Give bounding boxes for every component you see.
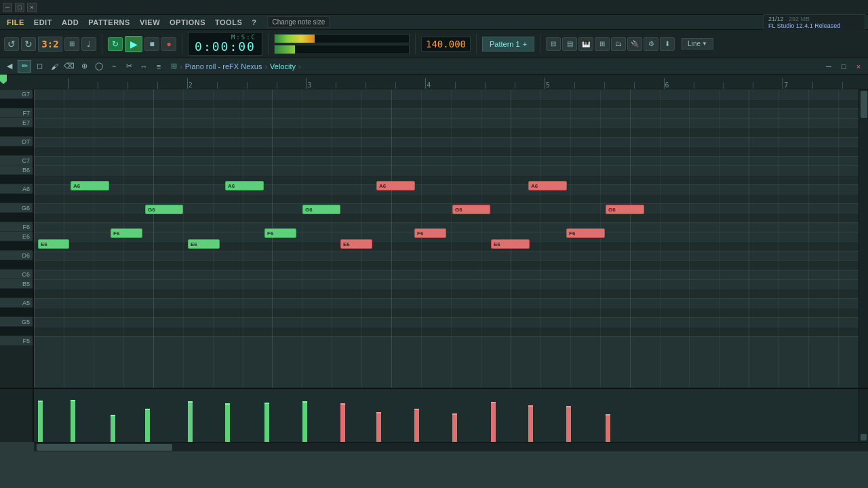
menu-options[interactable]: OPTIONS bbox=[165, 17, 210, 28]
flip-tool-button[interactable]: ↔ bbox=[137, 60, 151, 73]
close-button[interactable]: × bbox=[27, 3, 37, 12]
velocity-bar-8[interactable] bbox=[340, 403, 345, 442]
step-seq-icon[interactable]: ⊞ bbox=[595, 37, 610, 51]
velocity-bar-1[interactable] bbox=[71, 400, 75, 442]
piano-key-F7[interactable]: F7 bbox=[0, 108, 33, 118]
piano-key-Gs6[interactable] bbox=[0, 194, 33, 203]
mixer-icon[interactable]: ⊟ bbox=[546, 37, 561, 51]
piano-key-Ds7[interactable] bbox=[0, 127, 33, 137]
note-green-3[interactable]: G6 bbox=[145, 205, 183, 214]
piano-key-F5[interactable]: F5 bbox=[0, 336, 33, 346]
menu-edit[interactable]: EDIT bbox=[30, 17, 56, 28]
channel-rack-icon[interactable]: ▤ bbox=[562, 37, 577, 51]
menu-view[interactable]: VIEW bbox=[136, 17, 164, 28]
ruler-content[interactable]: 234567 bbox=[68, 75, 868, 89]
menu-add[interactable]: ADD bbox=[58, 17, 83, 28]
piano-key-Ds6[interactable] bbox=[0, 241, 33, 251]
vel-scroll-end[interactable] bbox=[861, 434, 867, 441]
maximize-button[interactable]: □ bbox=[15, 3, 24, 12]
erase-tool-button[interactable]: ⌫ bbox=[62, 60, 76, 73]
pencil-tool-button[interactable]: ✏ bbox=[18, 60, 31, 73]
line-dropdown[interactable]: Line ▼ bbox=[682, 38, 713, 49]
note-green-1[interactable]: A6 bbox=[71, 181, 109, 190]
piano-key-B5[interactable]: B5 bbox=[0, 279, 33, 289]
note-red-6[interactable]: F6 bbox=[566, 228, 605, 238]
menu-patterns[interactable]: PATTERNS bbox=[84, 17, 134, 28]
piano-key-D6[interactable]: D6 bbox=[0, 251, 33, 260]
piano-key-E6[interactable]: E6 bbox=[0, 232, 33, 241]
piano-key-C7[interactable]: C7 bbox=[0, 156, 33, 165]
pattern-add-icon[interactable]: + bbox=[523, 40, 527, 48]
browser-icon[interactable]: 🗂 bbox=[611, 37, 626, 51]
horizontal-scrollbar[interactable] bbox=[34, 442, 868, 451]
menu-tools[interactable]: TOOLS bbox=[211, 17, 246, 28]
note-green-6[interactable]: F6 bbox=[264, 228, 296, 238]
piano-key-G7[interactable]: G7 bbox=[0, 89, 33, 99]
detuning-tool-button[interactable]: ~ bbox=[107, 60, 121, 73]
note-red-0[interactable]: E6 bbox=[340, 239, 372, 249]
record-button[interactable]: ● bbox=[161, 37, 176, 51]
piano-key-C6[interactable]: C6 bbox=[0, 270, 33, 279]
mute-tool-button[interactable]: ◯ bbox=[92, 60, 106, 73]
plugin-picker-icon[interactable]: 🔌 bbox=[627, 37, 642, 51]
velocity-bar-12[interactable] bbox=[491, 402, 496, 442]
hscroll-thumb[interactable] bbox=[37, 444, 172, 451]
velocity-bar-14[interactable] bbox=[566, 406, 571, 442]
piano-key-Fs6[interactable] bbox=[0, 213, 33, 222]
velocity-bar-9[interactable] bbox=[376, 412, 381, 442]
note-grid[interactable]: E6A6F6G6E6A6F6G6E6A6F6G6E6A6F6G6 bbox=[34, 89, 859, 388]
piano-key-G5[interactable]: G5 bbox=[0, 317, 33, 327]
note-green-0[interactable]: E6 bbox=[38, 239, 69, 249]
piano-roll-maximize-button[interactable]: □ bbox=[837, 60, 850, 73]
download-icon[interactable]: ⬇ bbox=[660, 37, 675, 51]
quantize-tool-button[interactable]: ≡ bbox=[152, 60, 165, 73]
velocity-bars[interactable] bbox=[34, 389, 859, 442]
velocity-bar-2[interactable] bbox=[111, 415, 115, 442]
vscroll-thumb[interactable] bbox=[861, 91, 867, 118]
piano-roll-icon[interactable]: 🎹 bbox=[578, 37, 593, 51]
note-red-7[interactable]: G6 bbox=[606, 205, 644, 214]
velocity-bar-7[interactable] bbox=[302, 401, 307, 442]
piano-key-G6[interactable]: G6 bbox=[0, 203, 33, 213]
breadcrumb-pianoroll[interactable]: Piano roll - reFX Nexus bbox=[185, 62, 262, 70]
pattern-selector[interactable]: Pattern 1 + bbox=[482, 37, 534, 52]
note-green-7[interactable]: G6 bbox=[302, 205, 340, 214]
piano-key-Fs5[interactable] bbox=[0, 327, 33, 336]
vertical-scrollbar[interactable] bbox=[859, 89, 868, 388]
velocity-bar-5[interactable] bbox=[225, 403, 230, 442]
piano-roll-close-button[interactable]: × bbox=[852, 60, 865, 73]
velocity-bar-15[interactable] bbox=[606, 414, 610, 442]
note-red-2[interactable]: F6 bbox=[414, 228, 446, 238]
piano-key-B6[interactable]: B6 bbox=[0, 165, 33, 175]
velocity-bar-13[interactable] bbox=[528, 405, 533, 442]
vel-scrollbar[interactable] bbox=[859, 389, 868, 442]
bpm-display[interactable]: 140.000 bbox=[421, 37, 471, 52]
piano-key-A5[interactable]: A5 bbox=[0, 298, 33, 308]
loop-button[interactable]: ↻ bbox=[108, 37, 123, 51]
note-red-3[interactable]: G6 bbox=[452, 205, 490, 214]
prev-pattern-button[interactable]: ◀ bbox=[3, 60, 16, 73]
zoom-tool-button[interactable]: ⊕ bbox=[77, 60, 91, 73]
menu-help[interactable]: ? bbox=[248, 17, 260, 28]
note-green-5[interactable]: A6 bbox=[225, 181, 264, 190]
breadcrumb-velocity[interactable]: Velocity bbox=[270, 62, 296, 70]
piano-key-As5[interactable] bbox=[0, 289, 33, 298]
piano-key-F6[interactable]: F6 bbox=[0, 222, 33, 232]
menu-file[interactable]: FILE bbox=[3, 17, 28, 28]
stop-button[interactable]: ■ bbox=[144, 37, 159, 51]
note-green-4[interactable]: E6 bbox=[188, 239, 220, 249]
minimize-button[interactable]: ─ bbox=[3, 3, 12, 12]
undo-icon[interactable]: ↺ bbox=[4, 37, 19, 51]
piano-key-A6[interactable]: A6 bbox=[0, 184, 33, 194]
piano-key-Cs7[interactable] bbox=[0, 146, 33, 156]
piano-key-As6[interactable] bbox=[0, 175, 33, 184]
play-button[interactable]: ▶ bbox=[125, 36, 142, 52]
note-green-2[interactable]: F6 bbox=[111, 228, 142, 238]
select-tool-button[interactable]: ◻ bbox=[33, 60, 46, 73]
velocity-bar-6[interactable] bbox=[264, 403, 269, 442]
beat-display[interactable]: 3:2 bbox=[38, 37, 62, 52]
note-red-5[interactable]: A6 bbox=[528, 181, 567, 190]
velocity-bar-4[interactable] bbox=[188, 401, 193, 442]
brush-tool-button[interactable]: 🖌 bbox=[47, 60, 61, 73]
velocity-bar-11[interactable] bbox=[452, 413, 457, 442]
